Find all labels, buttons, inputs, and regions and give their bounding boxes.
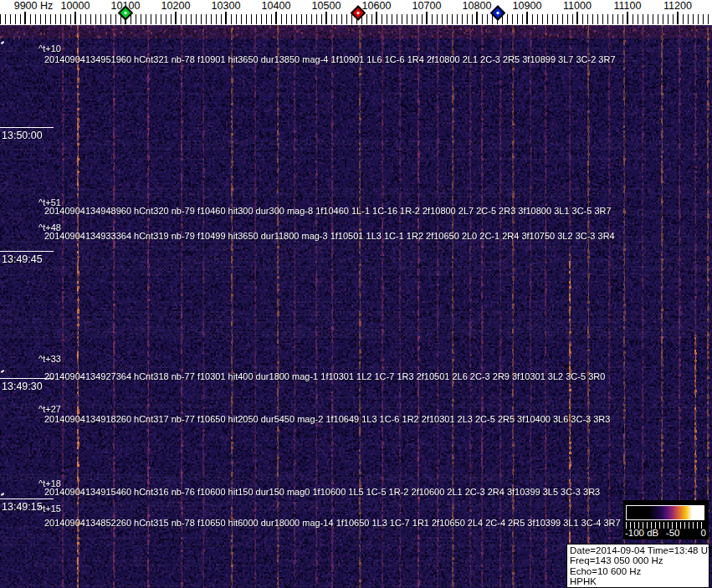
colorbar-labels: -100 dB -50 0 xyxy=(623,528,709,539)
colorbar-label-min: -100 dB xyxy=(625,528,658,538)
detection-tag: ^t+10 xyxy=(38,43,61,54)
detection-detail: 20140904134852260 hCnt315 nb-78 f10650 h… xyxy=(44,518,621,528)
colorbar-label-mid: -50 xyxy=(666,528,680,538)
freq-tick-label: 10900 xyxy=(513,0,542,12)
freq-tick-label: 10500 xyxy=(312,0,341,12)
freq-tick-label: 11200 xyxy=(663,0,692,12)
colorbar-gradient xyxy=(626,505,704,520)
detection-detail: 20140904134933364 hCnt319 nb-79 f10499 h… xyxy=(44,231,615,241)
colorbar-label-max: 0 xyxy=(701,528,706,538)
freq-tick-label: 10200 xyxy=(161,0,191,12)
detection-detail: 20140904134951960 hCnt321 nb-78 f10901 h… xyxy=(44,54,616,64)
meteor-spectrogram-app: 9900 Hz100001010010200103001040010500106… xyxy=(0,0,712,588)
info-line: Echo=10 600 Hz xyxy=(570,566,709,576)
time-label: 13:50:00 xyxy=(2,130,43,141)
info-line: Freq=143 050 000 Hz xyxy=(570,555,709,565)
detection-tag: ^t+33 xyxy=(38,354,61,364)
spectrogram-canvas[interactable] xyxy=(0,25,712,588)
time-tick-line xyxy=(0,127,54,128)
time-label: 13:49:15 xyxy=(2,501,43,513)
freq-tick-label: 10700 xyxy=(412,0,442,12)
detection-detail: 20140904134927364 hCnt318 nb-77 f10301 h… xyxy=(44,371,605,381)
detection-tag: ^t+15 xyxy=(38,504,61,514)
freq-tick-label: 10000 xyxy=(61,0,90,12)
detection-detail: 20140904134918260 hCnt317 nb-77 f10650 h… xyxy=(44,414,610,424)
freq-tick-label: 10600 xyxy=(362,0,392,12)
time-label: 13:49:30 xyxy=(2,381,43,392)
observation-info-box: Date=2014-09-04 Time=13:48 UTCFreq=143 0… xyxy=(566,544,709,588)
freq-tick-label: 10300 xyxy=(212,0,241,12)
time-label: 13:49:45 xyxy=(2,253,43,265)
detection-detail: 20140904134948960 hCnt320 nb-79 f10460 h… xyxy=(44,206,612,216)
info-line: HPHK xyxy=(570,576,709,586)
time-tick-line xyxy=(0,499,54,499)
freq-tick-label: 11000 xyxy=(563,0,592,12)
detection-tag: ^t+27 xyxy=(38,404,61,414)
freq-tick-label: 10400 xyxy=(262,0,291,12)
freq-tick-label: 9900 Hz xyxy=(14,0,54,12)
freq-tick-label: 10800 xyxy=(463,0,492,12)
time-tick-line xyxy=(0,251,54,252)
info-line: Date=2014-09-04 Time=13:48 UTC xyxy=(570,545,709,555)
detection-detail: 20140904134915460 hCnt316 nb-76 f10600 h… xyxy=(44,487,600,497)
colorbar-panel: -100 dB -50 0 xyxy=(623,500,709,539)
frequency-ruler[interactable]: 9900 Hz100001010010200103001040010500106… xyxy=(0,0,712,25)
freq-tick-label: 11100 xyxy=(614,0,642,12)
